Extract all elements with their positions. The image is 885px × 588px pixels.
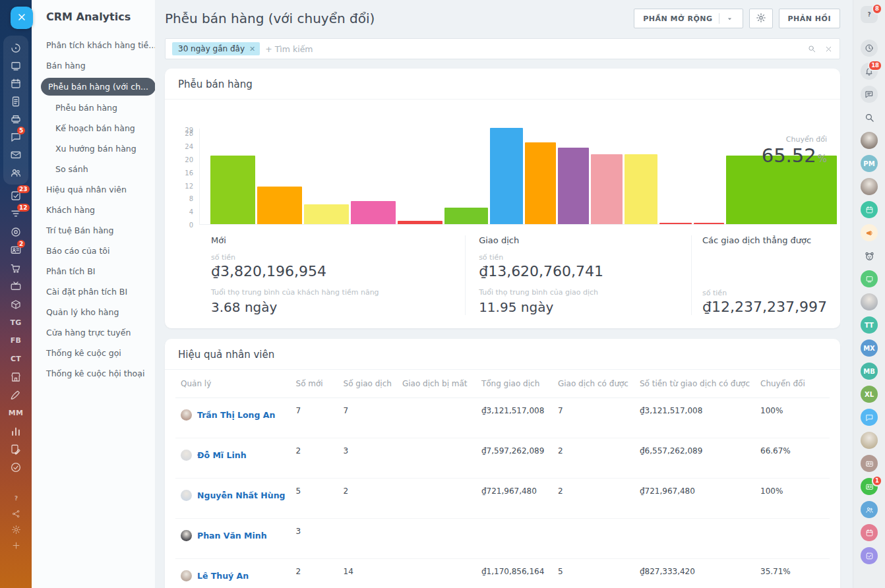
- employee-link[interactable]: Nguyễn Nhất Hùng: [181, 490, 286, 501]
- funnel-bar[interactable]: [257, 187, 302, 224]
- right-rail-user-avatar-xl[interactable]: XL: [861, 386, 878, 403]
- right-rail-user-avatar[interactable]: [861, 178, 878, 195]
- settings-button[interactable]: [749, 9, 773, 28]
- right-rail-help-button[interactable]: ?8: [861, 6, 878, 23]
- cart-rail-button[interactable]: [3, 259, 28, 278]
- sidebar-item[interactable]: Kế hoạch bán hàng: [32, 118, 155, 138]
- employee-name[interactable]: Phan Văn Minh: [197, 531, 267, 541]
- sidebar-item[interactable]: Cửa hàng trực tuyến: [32, 322, 155, 343]
- funnel-bar[interactable]: [591, 154, 623, 224]
- right-rail-task-check-button[interactable]: [861, 547, 878, 564]
- funnel-bar[interactable]: [694, 223, 724, 224]
- right-rail-user-avatar[interactable]: [861, 432, 878, 449]
- check-circle-rail-button[interactable]: [3, 459, 28, 477]
- sidebar-item[interactable]: Bán hàng: [32, 55, 155, 76]
- rail-item-mm[interactable]: MM: [3, 404, 28, 423]
- sidebar-item[interactable]: Phễu bán hàng: [32, 98, 155, 118]
- rail-item-tg[interactable]: TG: [3, 314, 28, 332]
- right-rail-bear-button[interactable]: [861, 247, 878, 264]
- search-icon[interactable]: [807, 44, 816, 53]
- sidebar-item[interactable]: Trí tuệ Bán hàng: [32, 220, 155, 241]
- search-input[interactable]: [260, 44, 807, 54]
- right-rail-clock-button[interactable]: [861, 40, 878, 57]
- rail-item-fb[interactable]: FB: [3, 332, 28, 350]
- sidebar-item-active[interactable]: Phễu bán hàng (với ch...: [32, 76, 155, 98]
- chat-rail-button[interactable]: 5: [3, 128, 28, 146]
- pen-rail-button[interactable]: [3, 386, 28, 405]
- right-rail-chat-lines-button[interactable]: [861, 86, 878, 103]
- sidebar-item[interactable]: Cài đặt phân tích BI: [32, 281, 155, 302]
- right-rail-user-avatar-mb[interactable]: MB: [861, 363, 878, 380]
- calendar-rail-button[interactable]: [3, 74, 28, 92]
- funnel-bar[interactable]: [398, 221, 443, 224]
- extension-button[interactable]: PHẦN MỞ RỘNG: [634, 9, 743, 28]
- right-rail-user-avatar[interactable]: [861, 132, 878, 149]
- funnel-bar[interactable]: [210, 156, 255, 224]
- gear-rail-button[interactable]: [3, 521, 28, 537]
- employee-name[interactable]: Trần Thị Long An: [197, 410, 275, 420]
- funnel-bar[interactable]: [444, 208, 488, 224]
- target-rail-button[interactable]: [3, 223, 28, 241]
- right-rail-megaphone-button[interactable]: [861, 224, 878, 241]
- funnel-bar[interactable]: [351, 201, 396, 224]
- chart-rail-button[interactable]: [3, 423, 28, 441]
- drive-rail-button[interactable]: [3, 110, 28, 128]
- help-rail-button[interactable]: ?: [3, 490, 28, 506]
- sidebar-item[interactable]: So sánh: [32, 159, 155, 179]
- filter-chip[interactable]: 30 ngày gần đây ✕: [172, 42, 260, 55]
- funnel-bar[interactable]: [558, 148, 589, 224]
- funnel-bar[interactable]: [304, 204, 349, 224]
- right-rail-calendar-button[interactable]: [861, 201, 878, 218]
- employee-link[interactable]: Trần Thị Long An: [181, 409, 286, 421]
- rail-item-ct[interactable]: CT: [3, 350, 28, 368]
- sidebar-item[interactable]: Phân tích khách hàng tiề...: [32, 35, 155, 55]
- doc-pen-rail-button[interactable]: [3, 440, 28, 459]
- right-rail-user-avatar-pm[interactable]: PM: [861, 155, 878, 172]
- employee-link[interactable]: Lê Thuý An: [181, 570, 286, 581]
- share-rail-button[interactable]: [3, 506, 28, 521]
- task-check-rail-button[interactable]: 23: [3, 187, 28, 205]
- funnel-bar[interactable]: [490, 128, 523, 224]
- sidebar-item[interactable]: Báo cáo của tôi: [32, 241, 155, 261]
- sidebar-item[interactable]: Khách hàng: [32, 200, 155, 220]
- right-rail-user-avatar[interactable]: [861, 293, 878, 310]
- pulse-rail-button[interactable]: [3, 39, 28, 57]
- document-rail-button[interactable]: [3, 92, 28, 110]
- tv-rail-button[interactable]: [3, 278, 28, 296]
- plus-rail-button[interactable]: [3, 537, 28, 553]
- sidebar-item[interactable]: Hiệu quả nhân viên: [32, 179, 155, 200]
- right-rail-calendar-button[interactable]: [861, 524, 878, 541]
- right-rail-user-avatar-mx[interactable]: MX: [861, 339, 878, 357]
- employee-name[interactable]: Lê Thuý An: [197, 571, 249, 581]
- right-rail-user-avatar-tt[interactable]: TT: [861, 316, 878, 334]
- news-rail-button[interactable]: [3, 57, 28, 74]
- right-rail-id-card-button[interactable]: 1: [861, 478, 878, 495]
- right-rail-id-card-button[interactable]: [861, 455, 878, 472]
- right-rail-search-button[interactable]: [861, 109, 878, 126]
- id-card-rail-button[interactable]: 2: [3, 241, 28, 260]
- mail-rail-button[interactable]: [3, 146, 28, 163]
- sidebar-item[interactable]: Thống kê cuộc gọi: [32, 343, 155, 363]
- filter-rail-button[interactable]: 12: [3, 205, 28, 223]
- sidebar-item[interactable]: Phân tích BI: [32, 261, 155, 281]
- sidebar-item[interactable]: Quản lý kho hàng: [32, 302, 155, 322]
- right-rail-news-button[interactable]: [861, 270, 878, 287]
- chip-remove-icon[interactable]: ✕: [249, 45, 255, 53]
- sidebar-item[interactable]: Thống kê cuộc hội thoại: [32, 363, 155, 384]
- right-rail-bell-button[interactable]: 18: [861, 63, 878, 80]
- sidebar-item[interactable]: Xu hướng bán hàng: [32, 138, 155, 159]
- right-rail-chat-button[interactable]: [861, 409, 878, 426]
- clear-filter-icon[interactable]: [824, 45, 833, 53]
- funnel-bar[interactable]: [525, 142, 556, 224]
- shop-rail-button[interactable]: [3, 368, 28, 386]
- right-rail-people-button[interactable]: [861, 501, 878, 518]
- box-rail-button[interactable]: [3, 295, 28, 314]
- funnel-bar[interactable]: [659, 223, 692, 224]
- feedback-button[interactable]: PHẢN HỒI: [779, 9, 840, 28]
- people-rail-button[interactable]: [3, 163, 28, 181]
- funnel-bar[interactable]: [625, 154, 657, 224]
- employee-link[interactable]: Phan Văn Minh: [181, 530, 286, 541]
- close-button[interactable]: [11, 7, 33, 29]
- employee-name[interactable]: Nguyễn Nhất Hùng: [197, 490, 286, 500]
- employee-name[interactable]: Đỗ Mĩ Linh: [197, 450, 247, 460]
